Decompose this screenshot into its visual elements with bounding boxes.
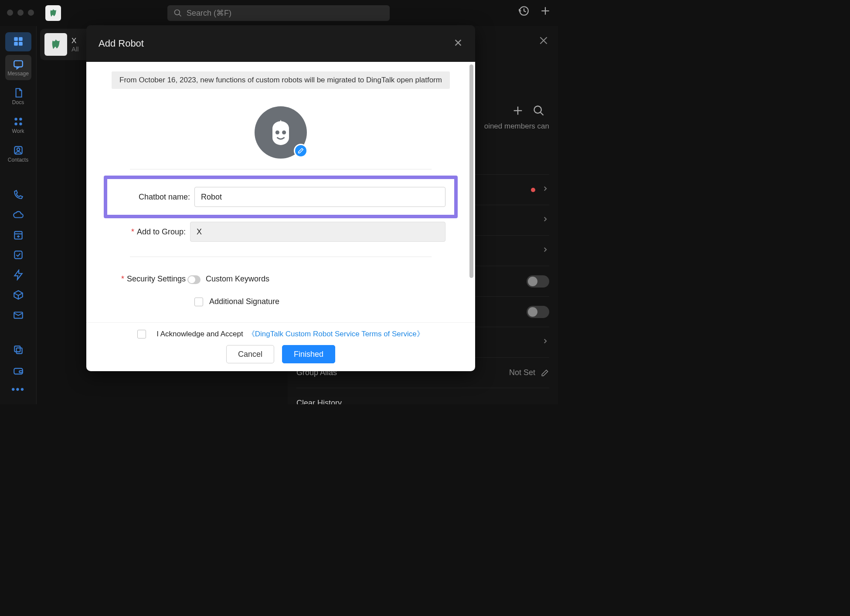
modal-header: Add Robot: [86, 25, 475, 62]
sidebar-item-mail[interactable]: [5, 307, 31, 323]
svg-marker-21: [14, 270, 22, 280]
additional-signature-label: Additional Signature: [209, 297, 279, 306]
sidebar-item-box[interactable]: [5, 287, 31, 303]
left-sidebar: Message Docs Work Contacts •••: [0, 26, 37, 404]
toggle-switch[interactable]: [527, 275, 549, 288]
chatbot-name-highlight: Chatbot name:: [104, 176, 458, 218]
modal-close-button[interactable]: [453, 38, 463, 49]
chat-subtitle: All: [71, 45, 79, 53]
toggle-switch[interactable]: [527, 306, 549, 318]
sidebar-item-docs[interactable]: Docs: [5, 84, 31, 109]
add-robot-modal: Add Robot From October 16, 2023, new fun…: [86, 25, 475, 371]
add-group-label: *Add to Group:: [112, 227, 190, 237]
chat-title: X: [71, 37, 79, 45]
chat-avatar: [44, 33, 67, 56]
divider: [130, 169, 432, 169]
sidebar-item-label: Work: [12, 128, 24, 134]
svg-rect-5: [14, 37, 18, 41]
sidebar-item-call[interactable]: [5, 186, 31, 203]
search-placeholder: Search (⌘F): [187, 8, 231, 18]
window-traffic-lights: [7, 10, 34, 16]
sidebar-item-tasks[interactable]: [5, 247, 31, 263]
migration-notice: From October 16, 2023, new functions of …: [112, 71, 450, 89]
custom-keywords-toggle[interactable]: [187, 275, 201, 284]
sidebar-item-more[interactable]: •••: [11, 383, 25, 396]
svg-rect-8: [19, 42, 23, 46]
sidebar-item-contacts[interactable]: Contacts: [5, 141, 31, 166]
svg-point-37: [282, 130, 286, 134]
window-max-dot[interactable]: [28, 10, 34, 16]
svg-rect-25: [16, 348, 22, 354]
finished-button[interactable]: Finished: [282, 345, 335, 363]
svg-rect-20: [14, 251, 22, 258]
sidebar-item-flash[interactable]: [5, 267, 31, 283]
plus-icon[interactable]: [512, 105, 524, 118]
ack-checkbox[interactable]: [137, 330, 146, 338]
modal-footer: I Acknowledge and Accept 《DingTalk Custo…: [86, 322, 475, 371]
svg-point-15: [17, 148, 20, 151]
robot-avatar: [255, 106, 307, 159]
dot-indicator: [531, 188, 535, 192]
panel-row-clear-history[interactable]: Clear History: [296, 388, 549, 404]
sidebar-item-label: Contacts: [8, 157, 28, 163]
sidebar-item-label: Docs: [12, 99, 24, 105]
tos-link[interactable]: 《DingTalk Custom Robot Service Terms of …: [248, 329, 424, 339]
chatbot-name-label: Chatbot name:: [116, 193, 194, 202]
scrollbar[interactable]: [469, 64, 473, 278]
plus-icon[interactable]: [540, 5, 551, 18]
svg-point-13: [19, 122, 22, 125]
divider: [130, 257, 432, 257]
svg-point-10: [14, 118, 17, 121]
cancel-button[interactable]: Cancel: [226, 345, 274, 363]
sidebar-item-cloud[interactable]: [5, 206, 31, 223]
svg-line-33: [541, 112, 544, 115]
sidebar-item-wallet[interactable]: [5, 362, 31, 379]
svg-line-1: [179, 14, 181, 17]
group-alias-value: Not Set: [509, 368, 535, 377]
edit-icon[interactable]: [541, 369, 549, 377]
sidebar-item-work[interactable]: Work: [5, 112, 31, 138]
history-icon[interactable]: [518, 5, 529, 18]
svg-rect-6: [19, 37, 23, 41]
modal-title: Add Robot: [99, 38, 144, 49]
search-icon[interactable]: [533, 105, 545, 118]
sidebar-item-copy[interactable]: [5, 342, 31, 358]
chatbot-name-input[interactable]: [194, 187, 445, 207]
window-min-dot[interactable]: [17, 10, 24, 16]
sidebar-item-calendar[interactable]: [5, 227, 31, 243]
svg-point-11: [19, 118, 22, 121]
app-icon: [45, 5, 61, 21]
ack-text: I Acknowledge and Accept: [156, 330, 243, 338]
svg-point-12: [14, 122, 17, 125]
search-icon: [173, 9, 182, 17]
close-icon[interactable]: [538, 35, 549, 48]
sidebar-item-label: Message: [7, 71, 29, 77]
window-close-dot[interactable]: [7, 10, 13, 16]
svg-point-0: [175, 10, 180, 15]
svg-point-32: [534, 106, 541, 113]
sidebar-item-apps[interactable]: [5, 32, 31, 51]
svg-point-36: [275, 130, 279, 134]
clear-history-label: Clear History: [296, 399, 342, 405]
modal-body: From October 16, 2023, new functions of …: [86, 62, 475, 322]
sidebar-item-message[interactable]: Message: [5, 55, 31, 80]
additional-signature-checkbox[interactable]: [194, 298, 203, 306]
search-input[interactable]: Search (⌘F): [167, 5, 390, 21]
security-label: *Security Settings: [108, 274, 187, 284]
svg-rect-9: [14, 61, 23, 67]
add-group-input[interactable]: [190, 222, 445, 242]
svg-rect-7: [14, 42, 18, 46]
custom-keywords-label: Custom Keywords: [206, 274, 269, 284]
svg-rect-26: [14, 346, 20, 352]
edit-avatar-button[interactable]: [294, 144, 308, 158]
